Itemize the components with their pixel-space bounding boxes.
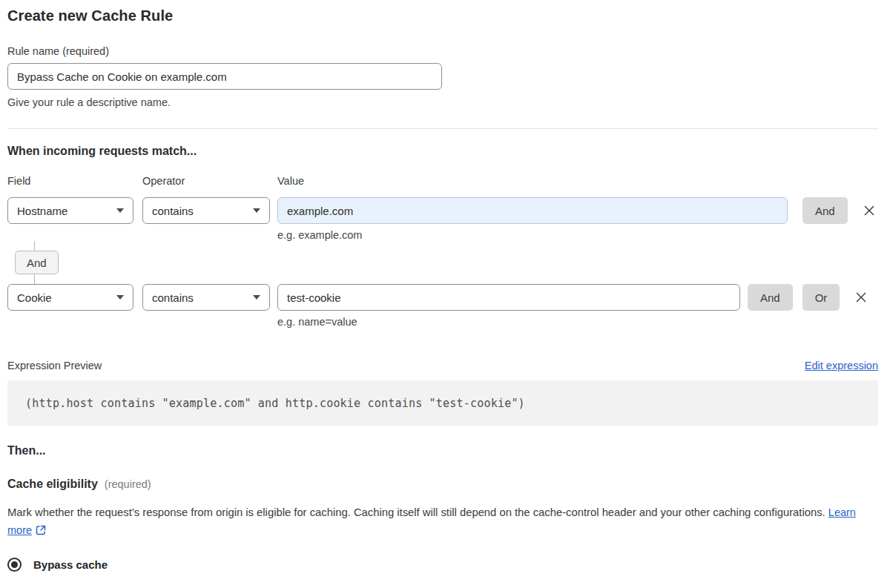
operator-select-2-value: contains — [152, 291, 194, 304]
add-or-condition-button-2[interactable]: Or — [802, 284, 840, 311]
add-and-condition-button-2[interactable]: And — [748, 284, 793, 311]
match-heading: When incoming requests match... — [7, 145, 878, 158]
and-connector: And — [7, 241, 878, 284]
description-text: Mark whether the request’s response from… — [7, 506, 825, 518]
radio-label-bypass: Bypass cache — [33, 558, 108, 571]
external-link-icon — [36, 523, 46, 541]
chevron-down-icon — [253, 208, 260, 213]
remove-condition-button-1[interactable] — [863, 204, 876, 217]
edit-expression-link[interactable]: Edit expression — [805, 360, 878, 371]
value-hint-2: e.g. name=value — [277, 316, 740, 328]
rule-name-input[interactable] — [7, 63, 442, 90]
expression-preview-header: Expression Preview Edit expression — [7, 360, 878, 371]
close-icon — [855, 291, 867, 303]
close-icon — [863, 205, 875, 217]
chevron-down-icon — [116, 208, 124, 213]
operator-select-1[interactable]: contains — [142, 197, 270, 224]
cache-eligibility-description: Mark whether the request’s response from… — [7, 503, 868, 541]
field-select-1-value: Hostname — [17, 205, 67, 217]
field-select-2[interactable]: Cookie — [7, 284, 134, 311]
condition-row-1: Hostname contains e.g. example.com And — [7, 197, 878, 241]
connector-line-top — [34, 241, 35, 251]
value-hint-1: e.g. example.com — [277, 229, 788, 241]
section-divider — [7, 128, 878, 129]
create-cache-rule-page: Create new Cache Rule Rule name (require… — [0, 7, 890, 588]
operator-select-1-value: contains — [152, 205, 194, 217]
condition-row-2: Cookie contains e.g. name=value And Or — [7, 284, 878, 328]
cache-eligibility-heading: Cache eligibility — [7, 478, 98, 491]
radio-selected-icon[interactable] — [7, 558, 22, 572]
connector-line-bottom — [34, 274, 35, 284]
rule-name-helper: Give your rule a descriptive name. — [7, 96, 878, 108]
connector-and-button[interactable]: And — [15, 251, 59, 274]
field-select-1[interactable]: Hostname — [7, 197, 134, 224]
value-input-1[interactable] — [277, 197, 788, 224]
required-note: (required) — [105, 478, 151, 490]
expression-preview-label: Expression Preview — [7, 360, 102, 371]
page-title: Create new Cache Rule — [7, 7, 878, 24]
expression-preview-code: (http.host contains "example.com" and ht… — [7, 380, 878, 426]
value-input-2[interactable] — [277, 284, 740, 311]
field-select-2-value: Cookie — [17, 291, 52, 304]
add-and-condition-button-1[interactable]: And — [802, 197, 848, 224]
field-column-label: Field — [7, 175, 142, 187]
chevron-down-icon — [116, 295, 124, 300]
operator-select-2[interactable]: contains — [142, 284, 270, 311]
operator-column-label: Operator — [142, 175, 277, 187]
remove-condition-button-2[interactable] — [854, 291, 868, 304]
rule-name-label: Rule name (required) — [7, 45, 878, 57]
value-column-label: Value — [277, 175, 304, 187]
condition-column-labels: Field Operator Value — [7, 175, 878, 187]
cache-eligibility-heading-row: Cache eligibility (required) — [7, 478, 878, 491]
chevron-down-icon — [253, 295, 260, 300]
then-heading: Then... — [7, 444, 878, 457]
radio-option-bypass-cache[interactable]: Bypass cache — [7, 558, 878, 572]
